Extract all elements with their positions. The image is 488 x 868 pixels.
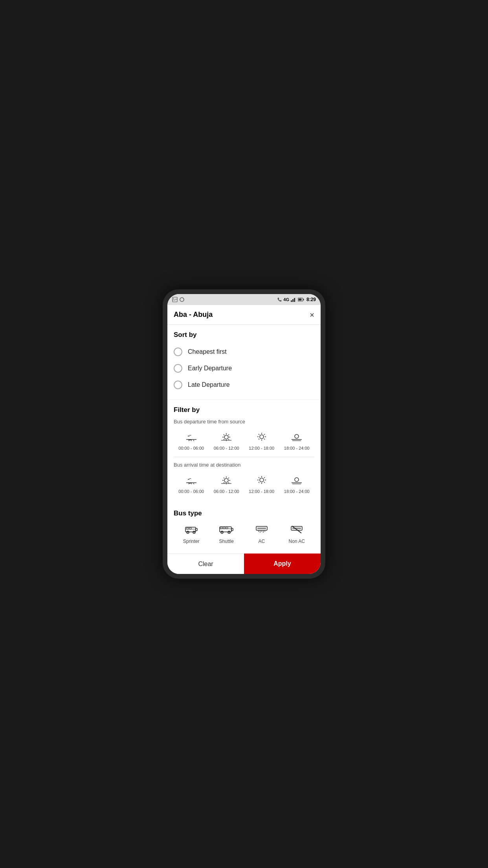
main-content: Aba - Abuja × Sort by Cheapest first Ear… (167, 305, 321, 554)
departure-slot-evening[interactable]: 18:00 - 24:00 (279, 432, 315, 451)
svg-point-1 (173, 298, 174, 299)
network-label: 4G (283, 297, 289, 302)
svg-point-2 (180, 298, 184, 302)
arrival-slot-morning-label: 06:00 - 12:00 (214, 489, 239, 494)
ac-icon (255, 525, 268, 536)
bus-type-ac[interactable]: AC (244, 525, 279, 544)
svg-line-47 (228, 478, 229, 478)
sort-cheapest-label: Cheapest first (188, 348, 227, 355)
svg-line-32 (259, 439, 259, 440)
svg-line-21 (228, 434, 229, 435)
svg-rect-4 (292, 299, 294, 302)
svg-rect-80 (226, 527, 228, 529)
svg-line-13 (193, 440, 194, 441)
departure-slot-night-label: 00:00 - 06:00 (178, 446, 204, 451)
svg-point-74 (222, 532, 222, 533)
sort-cheapest-radio[interactable] (174, 348, 182, 356)
svg-rect-72 (231, 528, 233, 531)
arrival-slot-evening[interactable]: 18:00 - 24:00 (279, 476, 315, 494)
departure-time-slots: 00:00 - 06:00 (174, 429, 314, 454)
sort-cheapest-option[interactable]: Cheapest first (174, 344, 314, 360)
arrival-afternoon-icon (256, 476, 268, 487)
divider-time-slots (174, 457, 314, 457)
sort-late-label: Late Departure (188, 381, 230, 388)
svg-line-38 (189, 483, 189, 484)
signal-icon (291, 297, 296, 302)
svg-line-58 (259, 482, 259, 483)
phone-frame: 📞 4G 8:29 (163, 289, 325, 579)
apply-button[interactable]: Apply (244, 554, 321, 574)
arrival-slot-night[interactable]: 00:00 - 06:00 (174, 476, 209, 494)
header: Aba - Abuja × (167, 305, 321, 325)
arrival-time-slots: 00:00 - 06:00 (174, 473, 314, 497)
nonac-label: Non AC (289, 539, 305, 544)
svg-rect-70 (189, 528, 191, 529)
departure-slot-afternoon[interactable]: 12:00 - 18:00 (244, 432, 279, 451)
svg-rect-0 (172, 297, 177, 302)
status-bar: 📞 4G 8:29 (167, 294, 321, 305)
svg-rect-79 (223, 527, 225, 529)
departure-slot-night[interactable]: 00:00 - 06:00 (174, 432, 209, 451)
bus-type-list: Sprinter (174, 522, 314, 547)
svg-line-31 (264, 434, 265, 435)
shuttle-icon (219, 525, 233, 536)
svg-rect-78 (220, 527, 222, 529)
clear-button[interactable]: Clear (167, 554, 244, 574)
svg-line-45 (224, 478, 224, 478)
circle-icon (179, 297, 185, 302)
image-icon (172, 297, 178, 302)
shuttle-label: Shuttle (219, 539, 234, 544)
sort-late-radio[interactable] (174, 381, 182, 389)
filter-by-section: Filter by Bus departure time from source (167, 400, 321, 503)
arrival-slot-afternoon-label: 12:00 - 18:00 (249, 489, 274, 494)
nonac-icon (290, 525, 303, 536)
arrival-slot-afternoon[interactable]: 12:00 - 18:00 (244, 476, 279, 494)
sort-early-option[interactable]: Early Departure (174, 360, 314, 377)
filter-by-title: Filter by (174, 406, 314, 414)
bus-type-section: Bus type (167, 503, 321, 554)
svg-line-30 (264, 439, 265, 440)
bus-type-shuttle[interactable]: Shuttle (209, 525, 244, 544)
status-left (172, 297, 185, 302)
svg-rect-69 (187, 528, 189, 529)
battery-icon (298, 298, 304, 302)
afternoon-icon (256, 432, 268, 443)
svg-point-65 (187, 532, 188, 533)
bus-type-nonac[interactable]: Non AC (279, 525, 315, 544)
departure-slot-morning-label: 06:00 - 12:00 (214, 446, 239, 451)
night-icon (185, 432, 197, 443)
arrival-subtitle: Bus arrival time at destination (174, 462, 314, 468)
svg-rect-5 (294, 298, 295, 302)
sort-early-radio[interactable] (174, 364, 182, 373)
svg-line-55 (259, 477, 259, 478)
svg-line-19 (224, 434, 224, 435)
sprinter-icon (185, 525, 198, 536)
arrival-slot-night-label: 00:00 - 06:00 (178, 489, 204, 494)
departure-slot-afternoon-label: 12:00 - 18:00 (249, 446, 274, 451)
svg-line-29 (259, 434, 259, 435)
svg-point-33 (295, 434, 299, 438)
svg-line-92 (292, 526, 301, 533)
sort-by-title: Sort by (174, 331, 314, 339)
sprinter-label: Sprinter (183, 539, 200, 544)
svg-point-59 (295, 478, 299, 482)
sort-early-label: Early Departure (188, 365, 232, 372)
arrival-night-icon (185, 476, 197, 487)
svg-line-57 (264, 477, 265, 478)
departure-slot-morning[interactable]: 06:00 - 12:00 (209, 432, 244, 451)
close-button[interactable]: × (310, 311, 314, 319)
svg-rect-8 (303, 299, 304, 300)
departure-subtitle: Bus departure time from source (174, 419, 314, 425)
svg-rect-81 (256, 526, 267, 530)
svg-line-20 (228, 439, 229, 440)
bus-type-sprinter[interactable]: Sprinter (174, 525, 209, 544)
arrival-slot-morning[interactable]: 06:00 - 12:00 (209, 476, 244, 494)
svg-rect-9 (298, 299, 301, 301)
sort-by-section: Sort by Cheapest first Early Departure L… (167, 325, 321, 399)
svg-point-14 (224, 435, 228, 439)
svg-line-22 (224, 439, 224, 440)
svg-rect-63 (196, 528, 197, 531)
svg-line-12 (189, 440, 189, 441)
sort-late-option[interactable]: Late Departure (174, 377, 314, 393)
svg-point-40 (224, 478, 228, 482)
